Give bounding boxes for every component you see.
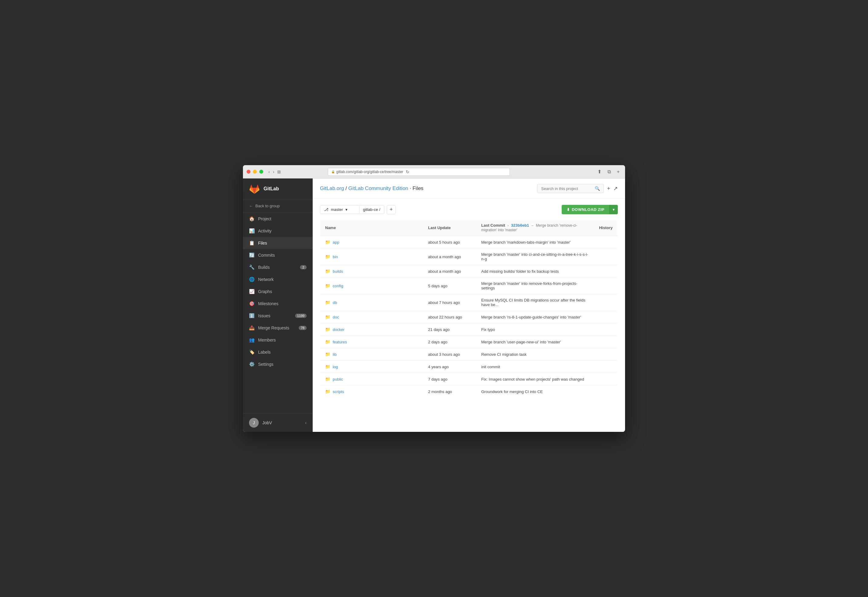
commit-message-cell: Merge branch 'master' into ci-and-ce-sit… [476, 248, 594, 265]
search-icon-button[interactable]: 🔍 [595, 186, 600, 191]
folder-icon: 📁 [325, 300, 330, 305]
sidebar-item-project[interactable]: 🏠 Project [243, 213, 313, 225]
app: GitLab ← Back to group 🏠 Project 📊 Activ… [243, 178, 625, 432]
file-name-text: public [333, 377, 343, 382]
folder-icon: 📁 [325, 364, 330, 369]
lock-icon: 🔒 [331, 170, 335, 173]
file-link[interactable]: 📁 lib [325, 352, 418, 357]
commit-message-cell: Remove CI migration task [476, 348, 594, 361]
sidebar-item-merge-requests[interactable]: 📥 Merge Requests 78 [243, 322, 313, 334]
file-link[interactable]: 📁 db [325, 300, 418, 305]
reload-button[interactable]: ↻ [403, 169, 412, 175]
branch-icon: ⎇ [324, 207, 329, 212]
table-row: 📁 log 4 years ago init commit [320, 361, 618, 373]
file-name-cell: 📁 builds [320, 265, 423, 278]
sidebar-item-settings[interactable]: ⚙️ Settings [243, 358, 313, 370]
table-row: 📁 lib about 3 hours ago Remove CI migrat… [320, 348, 618, 361]
back-icon: ← [249, 203, 253, 208]
maximize-window-button[interactable] [259, 170, 263, 174]
file-link[interactable]: 📁 docker [325, 327, 418, 332]
file-name-cell: 📁 public [320, 373, 423, 386]
download-zip-button[interactable]: ⬇ DOWNLOAD ZIP [562, 205, 609, 214]
last-update-cell: 2 days ago [423, 336, 476, 348]
sidebar-collapse-button[interactable]: ‹ [305, 420, 307, 425]
project-breadcrumb-link[interactable]: GitLab Community Edition [348, 186, 408, 191]
share-button[interactable]: ⬆ [596, 168, 603, 175]
issues-badge: 1199 [295, 314, 307, 318]
file-name-text: bin [333, 255, 338, 259]
file-link[interactable]: 📁 log [325, 364, 418, 369]
file-link[interactable]: 📁 scripts [325, 389, 418, 394]
sidebar-toggle-button[interactable]: ⊞ [276, 169, 282, 175]
last-update-cell: about 5 hours ago [423, 236, 476, 248]
file-name-text: features [333, 340, 347, 344]
toolbar-right: ⬆ ⧉ + [596, 168, 621, 175]
sidebar-label-labels: Labels [258, 350, 271, 355]
file-link[interactable]: 📁 public [325, 377, 418, 382]
milestones-icon: 🎯 [249, 301, 255, 306]
file-name-cell: 📁 bin [320, 248, 423, 265]
sidebar-item-files[interactable]: 📋 Files [243, 237, 313, 249]
back-to-group-item[interactable]: ← Back to group [243, 199, 313, 213]
back-button[interactable]: ‹ [267, 169, 271, 175]
sidebar-item-activity[interactable]: 📊 Activity [243, 225, 313, 237]
forward-button[interactable]: › [271, 169, 276, 175]
sidebar-item-graphs[interactable]: 📈 Graphs [243, 285, 313, 298]
table-row: 📁 public 7 days ago Fix: Images cannot s… [320, 373, 618, 386]
sidebar-item-issues[interactable]: ℹ️ Issues 1199 [243, 310, 313, 322]
file-link[interactable]: 📁 features [325, 339, 418, 344]
branch-dropdown-icon: ▾ [345, 207, 348, 212]
file-link[interactable]: 📁 builds [325, 269, 418, 274]
commit-hash-header[interactable]: 323b6eb1 [511, 223, 529, 227]
file-link[interactable]: 📁 bin [325, 254, 418, 259]
folder-icon: 📁 [325, 377, 330, 382]
titlebar: ‹ › ⊞ 🔒 gitlab.com/gitlab-org/gitlab-ce/… [243, 165, 625, 178]
history-cell [594, 294, 618, 311]
file-name-cell: 📁 docker [320, 323, 423, 336]
sidebar: GitLab ← Back to group 🏠 Project 📊 Activ… [243, 178, 313, 432]
last-update-cell: 5 days ago [423, 278, 476, 294]
branch-selector[interactable]: ⎇ master ▾ [320, 205, 359, 214]
files-icon: 📋 [249, 240, 255, 246]
sidebar-item-members[interactable]: 👥 Members [243, 334, 313, 346]
org-breadcrumb-link[interactable]: GitLab.org [320, 186, 344, 191]
sidebar-label-builds: Builds [258, 265, 269, 270]
table-row: 📁 bin about a month ago Merge branch 'ma… [320, 248, 618, 265]
history-cell [594, 348, 618, 361]
close-window-button[interactable] [247, 170, 250, 174]
commit-message-cell: Merge branch 'master' into remove-forks-… [476, 278, 594, 294]
file-link[interactable]: 📁 doc [325, 315, 418, 319]
tab-button[interactable]: ⧉ [606, 168, 613, 175]
sidebar-item-commits[interactable]: 🔄 Commits [243, 249, 313, 261]
url-bar[interactable]: 🔒 gitlab.com/gitlab-org/gitlab-ce/tree/m… [328, 168, 510, 176]
new-tab-button[interactable]: + [615, 168, 621, 175]
files-table: Name Last Update Last Commit › 323b6eb1 … [320, 219, 618, 398]
minimize-window-button[interactable] [253, 170, 257, 174]
settings-icon: ⚙️ [249, 362, 255, 367]
path-add-button[interactable]: + [387, 205, 396, 214]
search-input[interactable] [541, 186, 595, 191]
avatar[interactable]: J [249, 418, 259, 428]
labels-icon: 🏷️ [249, 349, 255, 355]
commits-icon: 🔄 [249, 252, 255, 258]
sidebar-label-milestones: Milestones [258, 301, 278, 306]
file-link[interactable]: 📁 app [325, 240, 418, 245]
download-dropdown-button[interactable]: ▾ [609, 205, 618, 214]
path-segment[interactable]: gitlab-ce [363, 207, 378, 212]
sidebar-item-builds[interactable]: 🔧 Builds 2 [243, 261, 313, 273]
sidebar-label-activity: Activity [258, 229, 271, 233]
file-name-text: db [333, 300, 337, 305]
table-row: 📁 db about 7 hours ago Ensure MySQL CI l… [320, 294, 618, 311]
sidebar-item-milestones[interactable]: 🎯 Milestones [243, 298, 313, 310]
folder-icon: 📁 [325, 315, 330, 319]
file-link[interactable]: 📁 config [325, 283, 418, 288]
add-action-button[interactable]: + [607, 185, 610, 192]
history-cell [594, 311, 618, 323]
sidebar-item-network[interactable]: 🌐 Network [243, 273, 313, 285]
sidebar-item-labels[interactable]: 🏷️ Labels [243, 346, 313, 358]
sidebar-nav: 🏠 Project 📊 Activity 📋 Files 🔄 Commits 🔧 [243, 213, 313, 413]
commit-dash-header: – [532, 223, 533, 227]
share-action-button[interactable]: ↗ [613, 185, 618, 192]
search-box[interactable]: 🔍 [537, 184, 604, 193]
file-name-cell: 📁 doc [320, 311, 423, 323]
